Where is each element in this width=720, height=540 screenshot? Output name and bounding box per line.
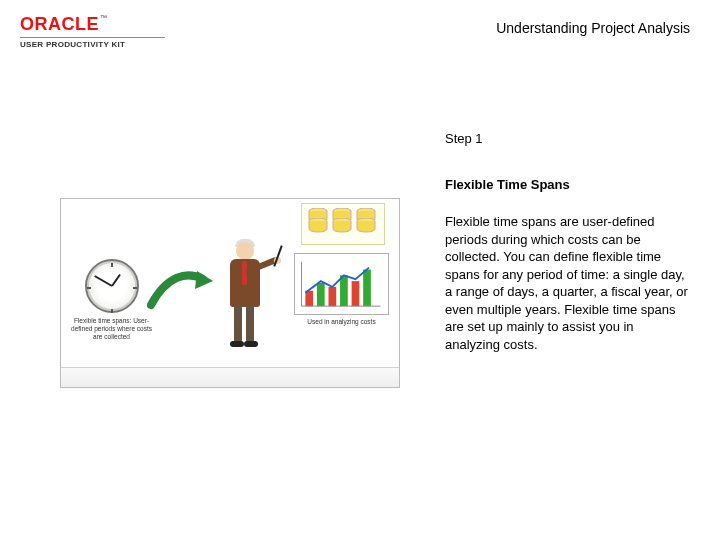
svg-rect-8 xyxy=(317,283,325,306)
svg-rect-11 xyxy=(352,281,360,306)
page-root: ORACLE™ USER PRODUCTIVITY KIT Understand… xyxy=(0,0,720,540)
trademark-symbol: ™ xyxy=(100,14,107,21)
svg-rect-10 xyxy=(340,275,348,306)
body-text: Flexible time spans are user-defined per… xyxy=(445,214,688,352)
step-label: Step 1 xyxy=(445,130,690,148)
concept-illustration: Flexible time spans: User-defined period… xyxy=(60,198,400,388)
section-title: Flexible Time Spans xyxy=(445,176,690,194)
svg-rect-12 xyxy=(363,270,371,307)
clock-caption: Flexible time spans: User-defined period… xyxy=(69,317,154,340)
chart-caption: Used in analyzing costs xyxy=(294,318,389,326)
chart-icon: Used in analyzing costs xyxy=(294,253,389,326)
svg-rect-7 xyxy=(305,291,313,306)
page-header: ORACLE™ USER PRODUCTIVITY KIT Understand… xyxy=(20,14,700,54)
content-column: Step 1 Flexible Time Spans Flexible time… xyxy=(445,130,690,353)
svg-marker-6 xyxy=(195,271,213,289)
arrow-icon xyxy=(147,265,217,315)
presenter-icon xyxy=(216,239,286,369)
database-stack-icon xyxy=(301,203,385,245)
brand-logo: ORACLE™ USER PRODUCTIVITY KIT xyxy=(20,14,165,49)
illustration-footer-band xyxy=(61,367,399,387)
svg-rect-9 xyxy=(329,287,337,306)
brand-word: ORACLE xyxy=(20,14,99,35)
clock-icon: Flexible time spans: User-defined period… xyxy=(69,259,154,340)
logo-divider xyxy=(20,37,165,38)
product-line-label: USER PRODUCTIVITY KIT xyxy=(20,40,165,49)
page-title: Understanding Project Analysis xyxy=(496,20,690,36)
